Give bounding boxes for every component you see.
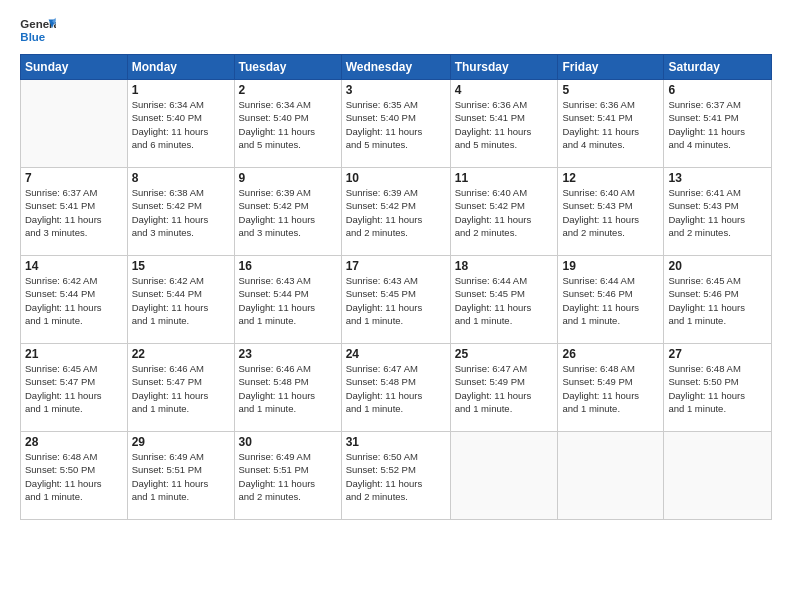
calendar-cell: 8Sunrise: 6:38 AMSunset: 5:42 PMDaylight… [127,168,234,256]
day-number: 22 [132,347,230,361]
day-number: 2 [239,83,337,97]
day-number: 12 [562,171,659,185]
day-info: Sunrise: 6:42 AMSunset: 5:44 PMDaylight:… [132,274,230,327]
day-info: Sunrise: 6:38 AMSunset: 5:42 PMDaylight:… [132,186,230,239]
calendar-cell: 6Sunrise: 6:37 AMSunset: 5:41 PMDaylight… [664,80,772,168]
calendar-cell: 25Sunrise: 6:47 AMSunset: 5:49 PMDayligh… [450,344,558,432]
calendar-week-3: 14Sunrise: 6:42 AMSunset: 5:44 PMDayligh… [21,256,772,344]
day-info: Sunrise: 6:48 AMSunset: 5:50 PMDaylight:… [25,450,123,503]
day-info: Sunrise: 6:43 AMSunset: 5:45 PMDaylight:… [346,274,446,327]
day-number: 9 [239,171,337,185]
calendar-week-1: 1Sunrise: 6:34 AMSunset: 5:40 PMDaylight… [21,80,772,168]
day-number: 18 [455,259,554,273]
day-number: 19 [562,259,659,273]
calendar-cell: 14Sunrise: 6:42 AMSunset: 5:44 PMDayligh… [21,256,128,344]
day-info: Sunrise: 6:39 AMSunset: 5:42 PMDaylight:… [346,186,446,239]
day-number: 10 [346,171,446,185]
day-number: 30 [239,435,337,449]
day-number: 15 [132,259,230,273]
day-info: Sunrise: 6:40 AMSunset: 5:42 PMDaylight:… [455,186,554,239]
day-number: 21 [25,347,123,361]
day-info: Sunrise: 6:44 AMSunset: 5:45 PMDaylight:… [455,274,554,327]
day-info: Sunrise: 6:50 AMSunset: 5:52 PMDaylight:… [346,450,446,503]
calendar-cell: 11Sunrise: 6:40 AMSunset: 5:42 PMDayligh… [450,168,558,256]
day-info: Sunrise: 6:42 AMSunset: 5:44 PMDaylight:… [25,274,123,327]
day-number: 14 [25,259,123,273]
calendar-cell: 9Sunrise: 6:39 AMSunset: 5:42 PMDaylight… [234,168,341,256]
day-number: 7 [25,171,123,185]
day-info: Sunrise: 6:35 AMSunset: 5:40 PMDaylight:… [346,98,446,151]
svg-text:Blue: Blue [20,31,45,43]
calendar-cell [21,80,128,168]
weekday-header-sunday: Sunday [21,55,128,80]
calendar-cell [450,432,558,520]
day-number: 17 [346,259,446,273]
day-number: 3 [346,83,446,97]
calendar-cell: 1Sunrise: 6:34 AMSunset: 5:40 PMDaylight… [127,80,234,168]
calendar-cell: 29Sunrise: 6:49 AMSunset: 5:51 PMDayligh… [127,432,234,520]
day-number: 23 [239,347,337,361]
day-number: 28 [25,435,123,449]
day-number: 31 [346,435,446,449]
calendar-cell: 13Sunrise: 6:41 AMSunset: 5:43 PMDayligh… [664,168,772,256]
day-number: 4 [455,83,554,97]
calendar-cell: 27Sunrise: 6:48 AMSunset: 5:50 PMDayligh… [664,344,772,432]
day-number: 26 [562,347,659,361]
day-info: Sunrise: 6:47 AMSunset: 5:49 PMDaylight:… [455,362,554,415]
header: General Blue [20,16,772,46]
day-number: 20 [668,259,767,273]
weekday-header-tuesday: Tuesday [234,55,341,80]
day-info: Sunrise: 6:37 AMSunset: 5:41 PMDaylight:… [668,98,767,151]
weekday-header-thursday: Thursday [450,55,558,80]
calendar-header-row: SundayMondayTuesdayWednesdayThursdayFrid… [21,55,772,80]
calendar-cell: 26Sunrise: 6:48 AMSunset: 5:49 PMDayligh… [558,344,664,432]
day-number: 24 [346,347,446,361]
calendar-cell: 23Sunrise: 6:46 AMSunset: 5:48 PMDayligh… [234,344,341,432]
day-info: Sunrise: 6:45 AMSunset: 5:46 PMDaylight:… [668,274,767,327]
weekday-header-monday: Monday [127,55,234,80]
day-info: Sunrise: 6:34 AMSunset: 5:40 PMDaylight:… [239,98,337,151]
day-info: Sunrise: 6:46 AMSunset: 5:48 PMDaylight:… [239,362,337,415]
logo-icon: General Blue [20,16,56,46]
calendar-cell: 21Sunrise: 6:45 AMSunset: 5:47 PMDayligh… [21,344,128,432]
day-info: Sunrise: 6:39 AMSunset: 5:42 PMDaylight:… [239,186,337,239]
calendar-cell: 22Sunrise: 6:46 AMSunset: 5:47 PMDayligh… [127,344,234,432]
day-info: Sunrise: 6:43 AMSunset: 5:44 PMDaylight:… [239,274,337,327]
calendar-table: SundayMondayTuesdayWednesdayThursdayFrid… [20,54,772,520]
calendar-cell: 12Sunrise: 6:40 AMSunset: 5:43 PMDayligh… [558,168,664,256]
calendar-cell: 28Sunrise: 6:48 AMSunset: 5:50 PMDayligh… [21,432,128,520]
day-info: Sunrise: 6:40 AMSunset: 5:43 PMDaylight:… [562,186,659,239]
logo: General Blue [20,16,56,46]
calendar-cell: 17Sunrise: 6:43 AMSunset: 5:45 PMDayligh… [341,256,450,344]
calendar-cell: 2Sunrise: 6:34 AMSunset: 5:40 PMDaylight… [234,80,341,168]
calendar-cell: 5Sunrise: 6:36 AMSunset: 5:41 PMDaylight… [558,80,664,168]
calendar-cell [664,432,772,520]
day-info: Sunrise: 6:47 AMSunset: 5:48 PMDaylight:… [346,362,446,415]
calendar-cell: 30Sunrise: 6:49 AMSunset: 5:51 PMDayligh… [234,432,341,520]
day-info: Sunrise: 6:49 AMSunset: 5:51 PMDaylight:… [239,450,337,503]
calendar-cell: 15Sunrise: 6:42 AMSunset: 5:44 PMDayligh… [127,256,234,344]
day-number: 27 [668,347,767,361]
calendar-week-4: 21Sunrise: 6:45 AMSunset: 5:47 PMDayligh… [21,344,772,432]
day-number: 13 [668,171,767,185]
day-info: Sunrise: 6:48 AMSunset: 5:50 PMDaylight:… [668,362,767,415]
day-number: 1 [132,83,230,97]
day-info: Sunrise: 6:34 AMSunset: 5:40 PMDaylight:… [132,98,230,151]
day-number: 6 [668,83,767,97]
weekday-header-friday: Friday [558,55,664,80]
day-info: Sunrise: 6:45 AMSunset: 5:47 PMDaylight:… [25,362,123,415]
calendar-cell: 4Sunrise: 6:36 AMSunset: 5:41 PMDaylight… [450,80,558,168]
calendar-week-5: 28Sunrise: 6:48 AMSunset: 5:50 PMDayligh… [21,432,772,520]
calendar-cell: 24Sunrise: 6:47 AMSunset: 5:48 PMDayligh… [341,344,450,432]
weekday-header-saturday: Saturday [664,55,772,80]
day-number: 29 [132,435,230,449]
day-number: 25 [455,347,554,361]
calendar-week-2: 7Sunrise: 6:37 AMSunset: 5:41 PMDaylight… [21,168,772,256]
day-info: Sunrise: 6:37 AMSunset: 5:41 PMDaylight:… [25,186,123,239]
day-info: Sunrise: 6:46 AMSunset: 5:47 PMDaylight:… [132,362,230,415]
weekday-header-wednesday: Wednesday [341,55,450,80]
page-container: General Blue SundayMondayTuesdayWednesda… [0,0,792,530]
day-number: 16 [239,259,337,273]
day-number: 11 [455,171,554,185]
calendar-cell: 3Sunrise: 6:35 AMSunset: 5:40 PMDaylight… [341,80,450,168]
